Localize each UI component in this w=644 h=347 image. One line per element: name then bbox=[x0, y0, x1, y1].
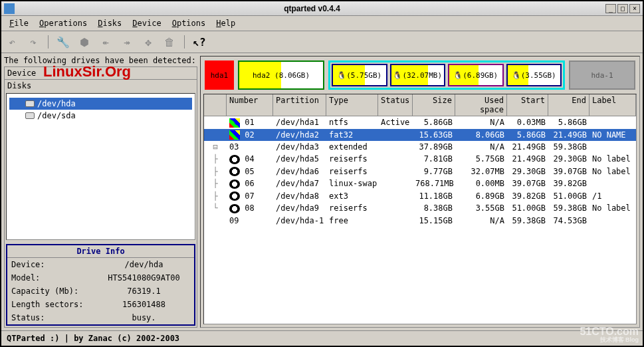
partition-block-extended[interactable]: 🐧(5.75GB)🐧(32.07MB)🐧(6.89GB)🐧(3.55GB) bbox=[328, 60, 565, 90]
drive-info-row: Model:HTS541080G9AT00 bbox=[7, 271, 194, 285]
watermark-text: LinuxSir.Org bbox=[43, 63, 131, 80]
table-row[interactable]: ⊟ 03/dev/hda3extended37.89GBN/A21.49GB59… bbox=[204, 141, 636, 153]
linux-icon bbox=[229, 167, 240, 176]
drive-info-row: Device:/dev/hda bbox=[7, 258, 194, 271]
partition-block-hda1[interactable]: hda1 bbox=[205, 60, 234, 90]
device-header-label: Device bbox=[7, 68, 36, 78]
table-body[interactable]: 01/dev/hda1ntfsActive5.86GBN/A0.03MB5.86… bbox=[204, 116, 636, 324]
partition-sub-block[interactable]: 🐧(5.75GB) bbox=[332, 64, 387, 86]
app-icon bbox=[4, 3, 15, 14]
windows-icon bbox=[229, 118, 240, 128]
linux-icon bbox=[229, 179, 240, 189]
column-header[interactable]: Used space bbox=[455, 94, 507, 116]
device-header: Device LinuxSir.Org bbox=[5, 67, 197, 80]
table-header: NumberPartitionTypeStatusSizeUsed spaceS… bbox=[204, 94, 636, 116]
window-controls: _ □ × bbox=[605, 4, 640, 13]
column-header[interactable]: Size bbox=[413, 94, 455, 116]
column-header[interactable]: Type bbox=[326, 94, 378, 116]
window-title: qtparted v0.4.4 bbox=[19, 4, 605, 13]
disk-icon bbox=[25, 112, 35, 119]
drive-info-row: Status:busy. bbox=[7, 311, 194, 324]
table-row[interactable]: ├ 06/dev/hda7linux-swap768.71MB0.00MB39.… bbox=[204, 177, 636, 190]
statusbar: QTParted :) | by Zanac (c) 2002-2003 bbox=[1, 330, 643, 346]
table-row[interactable]: └ 08/dev/hda9reiserfs8.38GB3.55GB51.00GB… bbox=[204, 202, 636, 215]
column-header[interactable]: Status bbox=[378, 94, 413, 116]
disk-tree[interactable]: /dev/hda/dev/sda bbox=[6, 93, 195, 240]
partition-sub-block[interactable]: 🐧(32.07MB) bbox=[390, 64, 446, 86]
menu-help[interactable]: Help bbox=[211, 17, 241, 29]
corner-watermark: 51CTO.com 技术博客 Blog bbox=[580, 326, 639, 343]
menubar: FileOperationsDisksDeviceOptionsHelp bbox=[1, 16, 643, 31]
redo-button[interactable]: ↷ bbox=[25, 34, 41, 50]
table-row[interactable]: ├ 05/dev/hda6reiserfs9.77GB32.07MB29.30G… bbox=[204, 166, 636, 178]
titlebar: qtparted v0.4.4 _ □ × bbox=[1, 1, 643, 16]
menu-disks[interactable]: Disks bbox=[92, 17, 127, 29]
maximize-button[interactable]: □ bbox=[617, 4, 628, 13]
partition-block-hda2[interactable]: hda2 (8.06GB) bbox=[238, 60, 324, 90]
table-row[interactable]: 02/dev/hda2fat3215.63GB8.06GB5.86GB21.49… bbox=[204, 129, 636, 142]
linux-icon bbox=[229, 155, 240, 164]
delete-button[interactable]: 🗑 bbox=[161, 34, 177, 50]
table-row[interactable]: 01/dev/hda1ntfsActive5.86GBN/A0.03MB5.86… bbox=[204, 116, 636, 129]
linux-icon bbox=[229, 191, 240, 201]
disk-icon bbox=[25, 100, 35, 107]
column-header[interactable]: Label bbox=[590, 94, 636, 116]
close-button[interactable]: × bbox=[629, 4, 640, 13]
partition-table: NumberPartitionTypeStatusSizeUsed spaceS… bbox=[203, 94, 637, 324]
drive-info-row: Length sectors:156301488 bbox=[7, 298, 194, 311]
main-window: qtparted v0.4.4 _ □ × FileOperationsDisk… bbox=[0, 0, 644, 347]
disks-label: Disks bbox=[5, 80, 197, 92]
status-text: QTParted :) | by Zanac (c) 2002-2003 bbox=[7, 334, 179, 343]
column-header[interactable]: Partition bbox=[273, 94, 326, 116]
partition-sub-block[interactable]: 🐧(3.55GB) bbox=[506, 64, 562, 86]
disk-item[interactable]: /dev/sda bbox=[9, 110, 192, 122]
table-row[interactable]: ├ 04/dev/hda5reiserfs7.81GB5.75GB21.49GB… bbox=[204, 153, 636, 166]
minimize-button[interactable]: _ bbox=[605, 4, 616, 13]
separator bbox=[184, 35, 185, 49]
separator bbox=[48, 35, 49, 49]
menu-options[interactable]: Options bbox=[167, 17, 211, 29]
column-header[interactable]: End bbox=[548, 94, 590, 116]
menu-device[interactable]: Device bbox=[127, 17, 166, 29]
windows-icon bbox=[229, 130, 240, 140]
undo-button[interactable]: ↶ bbox=[4, 34, 20, 50]
format-button[interactable]: ⬢ bbox=[76, 34, 92, 50]
disk-item[interactable]: /dev/hda bbox=[9, 98, 192, 110]
menu-operations[interactable]: Operations bbox=[34, 17, 92, 29]
wrench-icon[interactable]: 🔧 bbox=[55, 34, 71, 50]
table-row[interactable]: ├ 07/dev/hda8ext311.18GB6.89GB39.82GB51.… bbox=[204, 190, 636, 203]
content-area: The following drives have been detected:… bbox=[1, 53, 643, 330]
right-panel: hda1 hda2 (8.06GB) 🐧(5.75GB)🐧(32.07MB)🐧(… bbox=[200, 56, 640, 328]
resize-left-button[interactable]: ↞ bbox=[98, 34, 114, 50]
partition-visual: hda1 hda2 (8.06GB) 🐧(5.75GB)🐧(32.07MB)🐧(… bbox=[201, 57, 639, 94]
partition-block-free[interactable]: hda-1 bbox=[569, 60, 635, 90]
column-header[interactable]: Number bbox=[227, 94, 273, 116]
drive-info-title: Drive Info bbox=[7, 245, 194, 258]
column-header[interactable]: Start bbox=[507, 94, 548, 116]
table-row[interactable]: 09/dev/hda-1free15.15GBN/A59.38GB74.53GB bbox=[204, 215, 636, 227]
help-button[interactable]: ↖? bbox=[191, 34, 207, 50]
resize-right-button[interactable]: ↠ bbox=[119, 34, 135, 50]
move-button[interactable]: ✥ bbox=[140, 34, 156, 50]
device-box: Device LinuxSir.Org Disks /dev/hda/dev/s… bbox=[4, 66, 197, 328]
partition-sub-block[interactable]: 🐧(6.89GB) bbox=[448, 64, 504, 86]
linux-icon bbox=[229, 204, 240, 213]
drive-info-panel: Drive Info Device:/dev/hdaModel:HTS54108… bbox=[6, 244, 195, 326]
left-panel: The following drives have been detected:… bbox=[4, 56, 197, 328]
drive-info-row: Capacity (Mb):76319.1 bbox=[7, 285, 194, 298]
menu-file[interactable]: File bbox=[4, 17, 34, 29]
toolbar: ↶ ↷ 🔧 ⬢ ↞ ↠ ✥ 🗑 ↖? bbox=[1, 31, 643, 53]
